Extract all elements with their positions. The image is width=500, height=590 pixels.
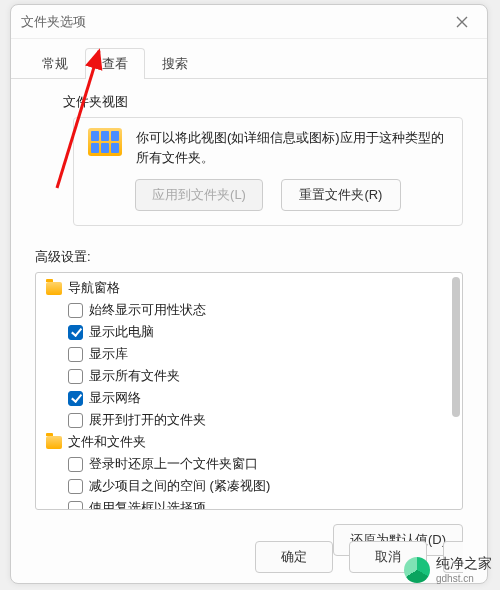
tree-item[interactable]: 展开到打开的文件夹	[42, 409, 456, 431]
apply-button-cutoff[interactable]	[443, 541, 463, 573]
cancel-button[interactable]: 取消	[349, 541, 427, 573]
tree-item-label: 显示此电脑	[89, 323, 154, 341]
tab-strip: 常规 查看 搜索	[11, 39, 487, 79]
close-button[interactable]	[447, 9, 477, 35]
checkbox[interactable]	[68, 303, 83, 318]
tree-group-label: 文件和文件夹	[68, 433, 146, 451]
tree-item[interactable]: 显示库	[42, 343, 456, 365]
advanced-settings-label: 高级设置:	[35, 248, 463, 266]
close-icon	[456, 16, 468, 28]
tree-item[interactable]: 使用复选框以选择项	[42, 497, 456, 510]
tree-group-label: 导航窗格	[68, 279, 120, 297]
checkbox[interactable]	[68, 391, 83, 406]
folder-icon	[46, 282, 62, 295]
folder-options-dialog: 文件夹选项 常规 查看 搜索 文件夹视图 你可以将此视图(如详细信息或图标)应用…	[10, 4, 488, 584]
tree-item-label: 显示网络	[89, 389, 141, 407]
checkbox[interactable]	[68, 479, 83, 494]
checkbox[interactable]	[68, 457, 83, 472]
reset-folders-button[interactable]: 重置文件夹(R)	[281, 179, 401, 211]
folder-icon	[46, 436, 62, 449]
checkbox[interactable]	[68, 501, 83, 511]
scrollbar-thumb[interactable]	[452, 277, 460, 417]
tree-item-label: 展开到打开的文件夹	[89, 411, 206, 429]
ok-button[interactable]: 确定	[255, 541, 333, 573]
tree-item-label: 显示所有文件夹	[89, 367, 180, 385]
folder-views-description: 你可以将此视图(如详细信息或图标)应用于这种类型的所有文件夹。	[136, 128, 448, 167]
tree-item-label: 始终显示可用性状态	[89, 301, 206, 319]
tree-item-label: 使用复选框以选择项	[89, 499, 206, 510]
tree-item[interactable]: 减少项目之间的空间 (紧凑视图)	[42, 475, 456, 497]
checkbox[interactable]	[68, 325, 83, 340]
titlebar: 文件夹选项	[11, 5, 487, 39]
tab-search[interactable]: 搜索	[145, 48, 205, 79]
advanced-settings-list[interactable]: 导航窗格 始终显示可用性状态 显示此电脑 显示库 显示所有文件夹 显示网络 展开…	[35, 272, 463, 510]
tree-item[interactable]: 显示网络	[42, 387, 456, 409]
tree-item-label: 减少项目之间的空间 (紧凑视图)	[89, 477, 270, 495]
dialog-title: 文件夹选项	[21, 13, 447, 31]
folder-views-icon	[88, 128, 122, 156]
tree-item[interactable]: 显示所有文件夹	[42, 365, 456, 387]
apply-to-folders-button[interactable]: 应用到文件夹(L)	[135, 179, 263, 211]
tab-general[interactable]: 常规	[25, 48, 85, 79]
dialog-footer: 确定 取消	[11, 541, 487, 573]
tree-group-navigation-pane[interactable]: 导航窗格	[42, 277, 456, 299]
folder-views-group: 你可以将此视图(如详细信息或图标)应用于这种类型的所有文件夹。 应用到文件夹(L…	[73, 117, 463, 226]
tree-item[interactable]: 始终显示可用性状态	[42, 299, 456, 321]
tree-item[interactable]: 登录时还原上一个文件夹窗口	[42, 453, 456, 475]
tree-group-files-folders[interactable]: 文件和文件夹	[42, 431, 456, 453]
checkbox[interactable]	[68, 347, 83, 362]
tab-body: 文件夹视图 你可以将此视图(如详细信息或图标)应用于这种类型的所有文件夹。 应用…	[11, 79, 487, 556]
checkbox[interactable]	[68, 413, 83, 428]
tab-view[interactable]: 查看	[85, 48, 145, 79]
folder-views-heading: 文件夹视图	[63, 93, 463, 111]
tree-item-label: 显示库	[89, 345, 128, 363]
tree-item-label: 登录时还原上一个文件夹窗口	[89, 455, 258, 473]
tree-item[interactable]: 显示此电脑	[42, 321, 456, 343]
checkbox[interactable]	[68, 369, 83, 384]
